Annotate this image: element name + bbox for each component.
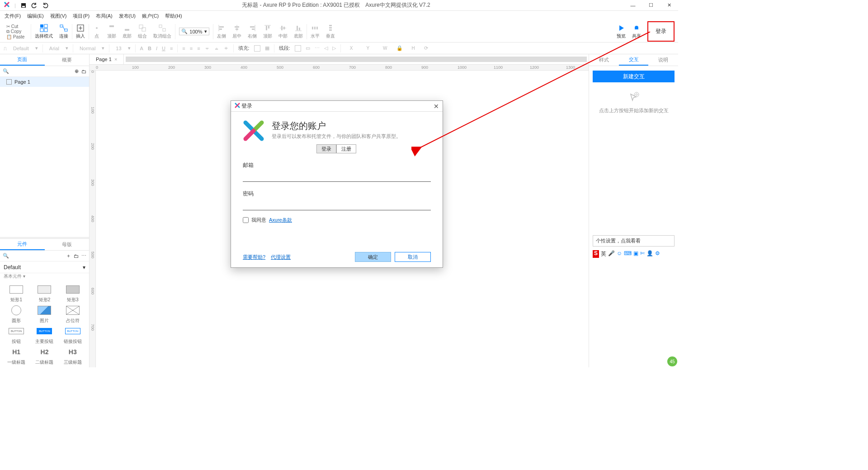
preview-button[interactable]: 预览 [617, 24, 626, 39]
dialog-tab-login[interactable]: 登录 [316, 144, 336, 153]
add-lib-icon[interactable]: ＋ [66, 252, 71, 259]
select-mode-button[interactable]: 选择模式 [35, 24, 53, 39]
cancel-button[interactable]: 取消 [395, 252, 431, 262]
align-top-button[interactable]: 顶部 [263, 24, 272, 39]
dialog-tab-signup[interactable]: 注册 [336, 144, 356, 153]
menu-file[interactable]: 文件(F) [5, 13, 21, 19]
widget-rect1[interactable]: 矩形1 [3, 284, 30, 303]
align-c-icon[interactable]: ≡ [190, 46, 193, 51]
category-basic[interactable]: 基本元件 ▾ [0, 273, 89, 282]
copy-button[interactable]: ⧉ Copy [6, 29, 21, 34]
page-item-page1[interactable]: Page 1 [0, 77, 89, 87]
font-select[interactable]: Arial [47, 45, 61, 52]
close-button[interactable]: ✕ [660, 0, 678, 11]
fill-swatch[interactable] [254, 45, 260, 52]
paint-icon[interactable]: ⎍ [4, 46, 7, 51]
bottom-button[interactable]: 底部 [123, 24, 132, 39]
close-tab-icon[interactable]: × [114, 57, 117, 62]
tab-interactions[interactable]: 交互 [619, 54, 649, 66]
valign-b-icon[interactable]: ⫩ [224, 46, 229, 51]
tab-masters[interactable]: 母版 [45, 239, 90, 250]
menu-view[interactable]: 视图(V) [50, 13, 67, 19]
menu-account[interactable]: 账户(C) [142, 13, 159, 19]
ime-tool-icon[interactable]: 🎤 [608, 250, 615, 258]
search-icon[interactable]: 🔍 [3, 68, 9, 74]
align-l-icon[interactable]: ≡ [182, 46, 185, 51]
menu-help[interactable]: 帮助(H) [165, 13, 182, 19]
ime-user-icon[interactable]: 👤 [646, 250, 653, 258]
widget-button[interactable]: BUTTON按钮 [3, 326, 30, 345]
menu-project[interactable]: 项目(P) [73, 13, 90, 19]
align-r-icon[interactable]: ≡ [197, 46, 200, 51]
align-right-button[interactable]: 右侧 [248, 24, 257, 39]
paste-button[interactable]: 📋 Paste [6, 34, 24, 39]
help-link[interactable]: 需要帮助? [243, 254, 265, 261]
italic-icon[interactable]: I [156, 46, 157, 51]
widget-image[interactable]: 图片 [31, 305, 58, 324]
insert-button[interactable]: 插入 [76, 24, 85, 39]
widget-h3[interactable]: H3三级标题 [59, 347, 86, 366]
line-style-icon[interactable]: ⋯ [315, 45, 320, 51]
align-left-button[interactable]: 左侧 [217, 24, 226, 39]
cut-button[interactable]: ✂ Cut [6, 24, 18, 29]
tab-style[interactable]: 样式 [589, 54, 619, 66]
agree-checkbox[interactable] [243, 217, 249, 223]
canvas-tab-page1[interactable]: Page 1× [90, 54, 124, 64]
group-button[interactable]: 组合 [138, 24, 147, 39]
login-button[interactable]: 登录 [647, 21, 675, 42]
dist-v-button[interactable]: 垂直 [326, 24, 335, 39]
ime-clip-icon[interactable]: ✄ [640, 250, 645, 258]
minimize-button[interactable]: — [624, 0, 642, 11]
widget-h2[interactable]: H2二级标题 [31, 347, 58, 366]
size-select[interactable]: 13 [114, 45, 123, 52]
ime-settings-icon[interactable]: ⚙ [655, 250, 660, 258]
lib-options-icon[interactable]: 🗀 [74, 253, 79, 259]
search-icon[interactable]: 🔍 [3, 253, 9, 259]
ok-button[interactable]: 确定 [355, 252, 391, 262]
redo-icon[interactable] [42, 2, 48, 9]
add-page-icon[interactable]: ⊕ [75, 68, 79, 74]
status-badge[interactable]: 45 [667, 356, 677, 366]
email-field[interactable] [243, 171, 431, 182]
line-swatch[interactable] [295, 45, 301, 52]
h-scrollbar[interactable] [126, 57, 587, 62]
widget-link-button[interactable]: BUTTON链接按钮 [59, 326, 86, 345]
share-button[interactable]: 共享 [632, 24, 641, 39]
library-select[interactable]: Default▾ [0, 261, 89, 273]
point-button[interactable]: 点 [93, 24, 101, 39]
widget-circle[interactable]: 圆形 [3, 305, 30, 324]
arrow-end-icon[interactable]: ▷ [332, 45, 336, 51]
tab-pages[interactable]: 页面 [0, 54, 45, 66]
tab-notes[interactable]: 说明 [648, 54, 678, 66]
connect-button[interactable]: 连接 [59, 24, 68, 39]
save-icon[interactable] [20, 2, 27, 9]
menu-publish[interactable]: 发布(U) [119, 13, 136, 19]
ime-toolbar[interactable]: S 英 🎤 ☺ ⌨ ▣ ✄ 👤 ⚙ [593, 250, 675, 258]
dist-h-button[interactable]: 水平 [311, 24, 320, 39]
widget-rect3[interactable]: 矩形3 [59, 284, 86, 303]
zoom-field[interactable]: 🔍 100%▾ [179, 28, 209, 35]
preferences-popup[interactable]: 个性设置，点我看看 [593, 235, 675, 247]
align-center-button[interactable]: 居中 [232, 24, 241, 39]
bold-icon[interactable]: B [148, 46, 151, 51]
align-middle-button[interactable]: 中部 [278, 24, 288, 39]
add-folder-icon[interactable]: 🗀 [81, 69, 86, 74]
weight-select[interactable]: Normal [78, 45, 97, 52]
password-field[interactable] [243, 199, 431, 210]
underline-icon[interactable]: U [162, 46, 165, 51]
proxy-link[interactable]: 代理设置 [271, 254, 291, 261]
lock-icon[interactable]: 🔒 [396, 45, 403, 51]
widget-rect2[interactable]: 矩形2 [31, 284, 58, 303]
new-interaction-button[interactable]: 新建交互 [593, 71, 675, 82]
fill-image-icon[interactable]: ▦ [265, 45, 269, 51]
align-bottom-button[interactable]: 底部 [294, 24, 303, 39]
line-width-icon[interactable]: ▭ [306, 45, 310, 51]
terms-link[interactable]: Axure条款 [269, 217, 292, 223]
tab-outline[interactable]: 概要 [45, 54, 90, 66]
arrow-start-icon[interactable]: ◁ [324, 45, 328, 51]
ungroup-button[interactable]: 取消组合 [153, 24, 171, 39]
text-color-icon[interactable]: A [140, 46, 143, 51]
maximize-button[interactable]: ☐ [642, 0, 660, 11]
ime-emoji-icon[interactable]: ☺ [617, 250, 622, 258]
tab-widgets[interactable]: 元件 [0, 239, 45, 250]
